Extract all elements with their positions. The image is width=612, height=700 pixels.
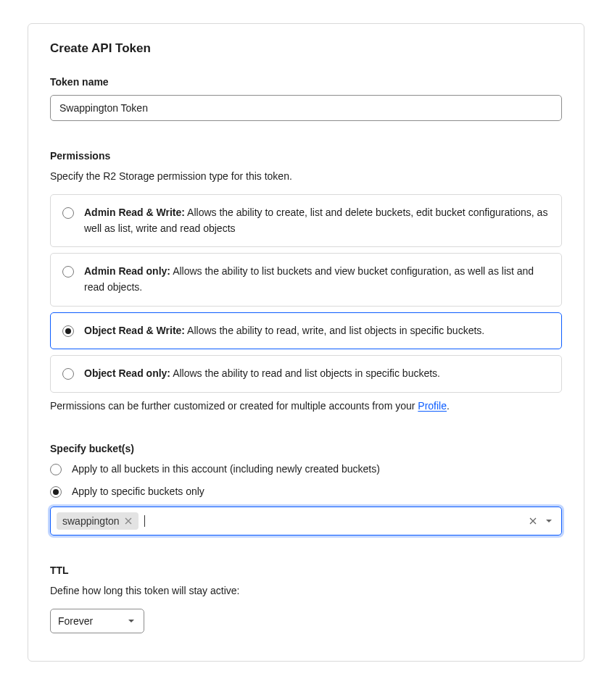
permission-text: Object Read only: Allows the ability to …	[84, 366, 440, 382]
radio-icon	[50, 464, 62, 475]
permission-desc: Allows the ability to read, write, and l…	[185, 325, 484, 336]
bucket-option-specific[interactable]: Apply to specific buckets only	[50, 484, 562, 498]
permission-title: Admin Read & Write:	[84, 207, 185, 218]
permissions-footnote: Permissions can be further customized or…	[50, 399, 562, 414]
chevron-down-icon	[126, 616, 136, 626]
ttl-value: Forever	[58, 615, 93, 627]
radio-icon	[62, 325, 74, 337]
permission-title: Object Read & Write:	[84, 325, 185, 336]
ttl-desc: Define how long this token will stay act…	[50, 583, 562, 599]
permission-option[interactable]: Object Read only: Allows the ability to …	[50, 355, 562, 393]
bucket-chip-label: swappington	[62, 515, 120, 527]
ttl-select[interactable]: Forever	[50, 609, 144, 633]
radio-icon	[50, 486, 62, 498]
token-name-section: Token name	[50, 76, 562, 121]
permission-option[interactable]: Admin Read & Write: Allows the ability t…	[50, 194, 562, 247]
permission-title: Object Read only:	[84, 367, 170, 379]
radio-icon	[62, 266, 74, 278]
page-title: Create API Token	[50, 41, 562, 56]
permission-option[interactable]: Object Read & Write: Allows the ability …	[50, 312, 562, 350]
permission-text: Admin Read only: Allows the ability to l…	[84, 264, 550, 295]
bucket-option-all[interactable]: Apply to all buckets in this account (in…	[50, 462, 562, 475]
permission-desc: Allows the ability to read and list obje…	[170, 367, 440, 379]
permissions-label: Permissions	[50, 150, 562, 162]
buckets-label: Specify bucket(s)	[50, 443, 562, 454]
permissions-desc: Specify the R2 Storage permission type f…	[50, 169, 562, 184]
multiselect-controls	[528, 516, 554, 526]
profile-link[interactable]: Profile	[418, 400, 447, 412]
bucket-option-specific-label: Apply to specific buckets only	[72, 486, 204, 497]
permissions-section: Permissions Specify the R2 Storage permi…	[50, 150, 562, 414]
create-token-card: Create API Token Token name Permissions …	[28, 23, 584, 662]
footnote-post: .	[447, 400, 450, 412]
text-cursor	[144, 515, 145, 527]
radio-icon	[62, 368, 74, 380]
bucket-chip: swappington	[57, 512, 138, 530]
token-name-label: Token name	[50, 76, 562, 88]
permission-text: Admin Read & Write: Allows the ability t…	[84, 205, 550, 236]
permission-title: Admin Read only:	[84, 265, 170, 277]
chip-remove-icon[interactable]	[124, 517, 133, 525]
ttl-section: TTL Define how long this token will stay…	[50, 564, 562, 633]
bucket-option-all-label: Apply to all buckets in this account (in…	[72, 463, 380, 475]
bucket-multiselect[interactable]: swappington	[50, 507, 562, 536]
buckets-section: Specify bucket(s) Apply to all buckets i…	[50, 443, 562, 536]
token-name-input[interactable]	[50, 95, 562, 121]
permission-text: Object Read & Write: Allows the ability …	[84, 323, 484, 339]
permission-option[interactable]: Admin Read only: Allows the ability to l…	[50, 253, 562, 306]
chevron-down-icon[interactable]	[544, 516, 554, 526]
radio-icon	[62, 207, 74, 219]
clear-all-icon[interactable]	[528, 516, 538, 526]
ttl-label: TTL	[50, 564, 562, 576]
footnote-pre: Permissions can be further customized or…	[50, 400, 418, 412]
